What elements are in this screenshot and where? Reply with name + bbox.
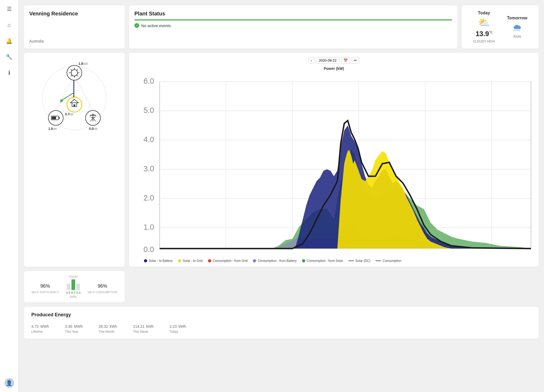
date-display[interactable]: 2020-09-22	[316, 57, 339, 64]
svg-text:16: 16	[421, 253, 430, 254]
chart-area: 6.0 5.0 4.0 3.0 2.0 1.0 0.0	[133, 73, 534, 254]
legend-dot-consumption-solar	[302, 259, 305, 262]
produced-this-year: 3.48 MWh This Year	[65, 322, 83, 334]
legend-line-consumption	[376, 261, 381, 261]
bell-icon[interactable]: 🔔	[5, 36, 14, 46]
svg-text:3.0: 3.0	[143, 164, 154, 173]
svg-text:kW: kW	[53, 127, 57, 130]
bar-left	[67, 284, 70, 290]
today-weather-icon: ⛅	[478, 17, 490, 28]
svg-text:kW: kW	[69, 113, 74, 116]
middle-row: 1.8 kW 0.7 kW	[24, 53, 539, 267]
chart-legend: Solar - to Battery Solar - to Grid Consu…	[133, 257, 534, 263]
produced-energy-stats: 4.73 MWh Lifetime 3.48 MWh This Year 28.…	[31, 322, 531, 334]
svg-text:2.0: 2.0	[143, 194, 154, 202]
calendar-button[interactable]: 📅	[341, 57, 350, 64]
plant-status-bar	[134, 19, 452, 20]
svg-text:20: 20	[487, 253, 496, 254]
produced-lifetime: 4.73 MWh Lifetime	[31, 322, 49, 334]
menu-icon[interactable]: ☰	[5, 4, 14, 14]
legend-dot-solar-battery	[144, 259, 147, 262]
legend-solar-battery: Solar - to Battery	[144, 259, 173, 263]
energy-flow-card: 1.8 kW 0.7 kW	[24, 53, 125, 267]
residence-location: Australia	[29, 34, 120, 43]
produced-this-week: 114.21 kWh This Week	[133, 322, 154, 334]
svg-text:00: 00	[155, 253, 164, 254]
svg-text:4.0: 4.0	[143, 135, 154, 144]
legend-consumption-battery: Consumption - from Battery	[253, 259, 297, 263]
tomorrow-weather-desc: RAIN	[513, 35, 521, 39]
legend-consumption-solar: Consumption - from Solar	[302, 259, 343, 263]
today-weather-desc: CLOUDY HIGH	[473, 40, 495, 43]
top-row: Venning Residence Australia Plant Status…	[24, 5, 539, 49]
wrench-icon[interactable]: 🔧	[5, 52, 14, 62]
weather-today: Today ⛅ 13.9°c CLOUDY HIGH	[473, 11, 495, 43]
energy-bars: TODAY 0.3 6.7 0.3 (kW	[66, 275, 80, 298]
plant-status-info: ✓ No active events	[134, 23, 452, 28]
stats-card: 96% SELF-SUFFICIENCY TODAY	[24, 271, 125, 302]
self-consumption-stat: 96% SELF-CONSUMPTION	[88, 280, 117, 294]
home-icon[interactable]: ⌂	[5, 20, 14, 30]
svg-text:1.0: 1.0	[48, 127, 53, 131]
today-bar-label: TODAY	[69, 275, 78, 278]
self-sufficiency-label: SELF-SUFFICIENCY	[32, 291, 59, 294]
legend-solar-dc: Solar (DC)	[348, 259, 371, 263]
plant-status-text: No active events	[141, 23, 171, 28]
svg-text:6.0: 6.0	[143, 77, 154, 85]
svg-text:0.0: 0.0	[89, 127, 94, 131]
chart-header: ‹ 2020-09-22 📅 ✏	[133, 57, 534, 64]
svg-text:00: 00	[527, 253, 534, 254]
legend-line-solar-dc	[348, 261, 354, 261]
legend-dot-solar-grid	[178, 259, 181, 262]
flow-diagram: 1.8 kW 0.7 kW	[35, 58, 114, 138]
weather-tomorrow: Tomorrow 🌧 RAIN	[507, 16, 528, 39]
plant-status-card: Plant Status ✓ No active events	[129, 5, 457, 49]
chart-card: ‹ 2020-09-22 📅 ✏ Power (kW) 6.0 5.0 4.0 …	[129, 53, 539, 267]
produced-energy-title: Produced Energy	[31, 312, 531, 318]
produced-this-month: 28.32 kWh This Month	[99, 322, 117, 334]
sidebar: ☰ ⌂ 🔔 🔧 ℹ 👤	[0, 0, 19, 392]
svg-text:08: 08	[288, 253, 297, 254]
residence-card: Venning Residence Australia	[24, 5, 125, 49]
stats-row: 96% SELF-SUFFICIENCY TODAY	[24, 271, 539, 302]
info-icon[interactable]: ℹ	[5, 68, 14, 78]
weather-card: Today ⛅ 13.9°c CLOUDY HIGH Tomorrow 🌧 RA…	[462, 5, 539, 49]
svg-rect-28	[59, 117, 60, 119]
date-prev-button[interactable]: ‹	[308, 57, 314, 64]
chart-title: Power (kW)	[133, 66, 534, 71]
tomorrow-label: Tomorrow	[507, 16, 528, 20]
svg-text:12: 12	[355, 253, 363, 254]
edit-button[interactable]: ✏	[352, 57, 359, 64]
produced-energy-card: Produced Energy 4.73 MWh Lifetime 3.48 M…	[24, 307, 539, 339]
main-content: Venning Residence Australia Plant Status…	[19, 0, 544, 392]
svg-text:1.8: 1.8	[78, 62, 83, 66]
bar-center	[71, 279, 75, 290]
svg-text:kW: kW	[93, 127, 98, 130]
date-nav: ‹ 2020-09-22 📅 ✏	[308, 57, 359, 64]
svg-text:1.0: 1.0	[143, 223, 154, 231]
self-sufficiency-value: 96%	[40, 280, 50, 290]
residence-title: Venning Residence	[29, 11, 120, 17]
legend-solar-grid: Solar - to Grid	[178, 259, 203, 263]
user-avatar[interactable]: 👤	[5, 378, 14, 388]
plant-status-title: Plant Status	[134, 11, 452, 17]
svg-text:04: 04	[222, 253, 230, 254]
svg-rect-23	[74, 104, 75, 106]
status-dot-icon: ✓	[134, 23, 139, 28]
svg-point-4	[67, 65, 82, 80]
tomorrow-weather-icon: 🌧	[512, 22, 522, 33]
today-label: Today	[478, 11, 490, 15]
legend-dot-consumption-battery	[253, 259, 256, 262]
self-consumption-value: 96%	[98, 280, 107, 290]
legend-consumption-grid: Consumption - from Grid	[208, 259, 248, 263]
legend-consumption: Consumption	[376, 259, 401, 263]
legend-dot-consumption-grid	[208, 259, 211, 262]
bar-unit: (kWh)	[70, 295, 77, 298]
svg-text:5.0: 5.0	[143, 106, 154, 114]
self-sufficiency-stat: 96% SELF-SUFFICIENCY	[32, 280, 59, 294]
energy-bars-row	[67, 279, 80, 290]
self-consumption-label: SELF-CONSUMPTION	[88, 291, 117, 294]
svg-text:kW: kW	[83, 62, 88, 65]
bar-values: 0.3 6.7 0.3	[66, 291, 80, 294]
produced-today: 2.23 kWh Today	[169, 322, 186, 334]
